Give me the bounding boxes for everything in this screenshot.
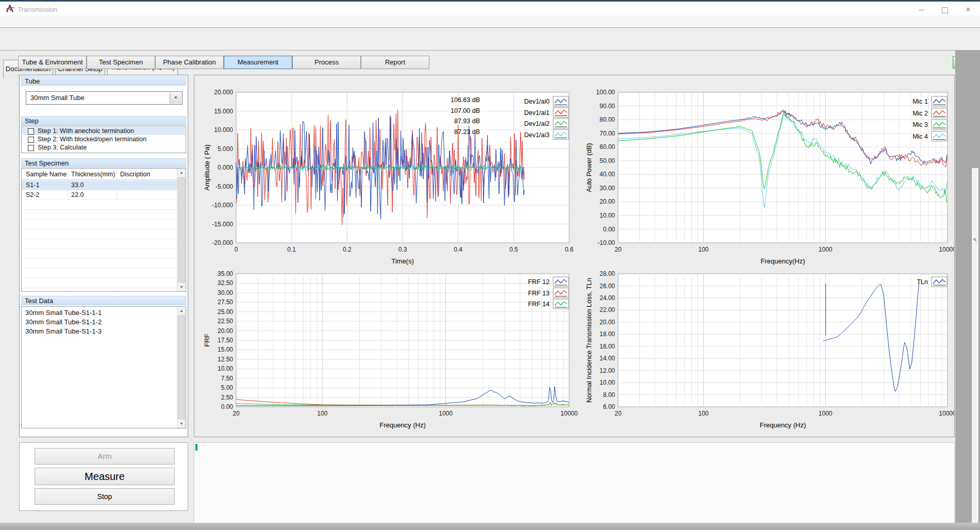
close-button[interactable]: ✕ xyxy=(956,3,980,17)
menu-bar: File Edit Device Setup Measure Output He… xyxy=(0,15,980,27)
scroll-down-icon[interactable]: ▼ xyxy=(177,283,186,291)
legend-label: Dev1/ai1 xyxy=(524,109,550,117)
y-tick-label: 24.00 xyxy=(600,294,615,302)
y-tick-label: 15.000 xyxy=(214,108,233,115)
x-axis-title: Time(s) xyxy=(391,257,414,265)
main-tab-strip: Documentation Channel Setup Transmission… xyxy=(0,27,980,51)
step-item-2[interactable]: Step 2: With blocked/open termination xyxy=(22,135,185,143)
y-tick-label: 100.00 xyxy=(596,89,615,96)
list-item[interactable]: 30mm Small Tube-S1-1-2 xyxy=(22,318,177,327)
scroll-up-icon[interactable]: ▲ xyxy=(177,169,186,177)
checkbox-icon[interactable] xyxy=(28,137,34,143)
table-row-s2-2[interactable]: S2-2 22.0 xyxy=(22,190,177,200)
scroll-down-icon[interactable]: ▼ xyxy=(177,420,186,428)
step-section-header: Step xyxy=(21,116,186,125)
y-tick-label: 32.50 xyxy=(218,279,233,287)
chart-auto-power: 100.0090.0080.0070.0060.0050.0040.0030.0… xyxy=(585,89,954,265)
x-tick-label: 100 xyxy=(317,410,327,417)
x-tick-label: 100 xyxy=(698,410,708,417)
subtab-report[interactable]: Report xyxy=(361,56,429,69)
test-specimen-section-header: Test Specimen xyxy=(21,158,186,168)
step-item-label: Step 2: With blocked/open termination xyxy=(38,135,146,143)
level-readout: 87.93 dB xyxy=(454,118,480,125)
y-tick-label: -5.000 xyxy=(215,183,233,190)
level-readout: 87.23 dB xyxy=(454,128,480,136)
x-axis-title: Frequency (Hz) xyxy=(760,421,806,429)
charts-panel: 20.00015.00010.0005.0000.000-5.000-10.00… xyxy=(194,75,955,437)
cell-sample-name: S2-2 xyxy=(26,190,39,200)
y-tick-label: 18.00 xyxy=(600,330,615,338)
x-axis-title: Frequency (Hz) xyxy=(379,421,426,429)
test-data-scrollbar[interactable]: ▲ ▼ xyxy=(177,307,186,428)
y-tick-label: 15.00 xyxy=(218,346,233,353)
empty-table-rows xyxy=(22,200,177,291)
level-readout: 107.00 dB xyxy=(451,107,480,114)
y-axis-title: Auto Power (dB) xyxy=(585,143,593,192)
list-item[interactable]: 30mm Small Tube-S1-1-1 xyxy=(22,308,177,318)
measure-button[interactable]: Measure xyxy=(35,468,175,485)
y-tick-label: 10.00 xyxy=(600,379,615,386)
y-tick-label: 10.00 xyxy=(600,212,615,219)
subtab-process[interactable]: Process xyxy=(292,56,361,69)
column-header-discription: Discription xyxy=(117,169,177,180)
step-item-3[interactable]: Step 3: Calculate xyxy=(22,143,185,152)
y-tick-label: 0.000 xyxy=(218,164,233,171)
y-tick-label: 60.00 xyxy=(600,143,615,151)
y-tick-label: 20.000 xyxy=(214,89,233,96)
test-specimen-table: Sample Name Thickness(mm) Discription S1… xyxy=(21,168,186,292)
y-tick-label: 8.00 xyxy=(603,391,616,399)
column-header-sample-name: Sample Name xyxy=(22,169,68,180)
tube-section-header: Tube xyxy=(21,76,186,86)
checkbox-icon[interactable] xyxy=(28,145,34,151)
y-tick-label: 22.00 xyxy=(600,306,615,313)
cell-sample-name: S1-1 xyxy=(26,180,39,190)
y-tick-label: 5.000 xyxy=(218,145,233,153)
app-icon xyxy=(6,4,15,13)
x-axis-title: Frequency(Hz) xyxy=(761,257,805,265)
y-axis-title: FRF xyxy=(203,334,211,346)
scrollbar-thumb[interactable] xyxy=(178,316,185,419)
tube-select[interactable]: 30mm Small Tube ▼ xyxy=(26,91,182,105)
subtab-tube-environment[interactable]: Tube & Environment xyxy=(18,56,87,69)
level-readout: 106.63 dB xyxy=(451,96,480,104)
y-tick-label: 20.00 xyxy=(218,327,233,335)
x-tick-label: 0.5 xyxy=(509,246,518,253)
table-row-s1-1[interactable]: S1-1 33.0 xyxy=(22,180,177,190)
legend-label: FRF 14 xyxy=(528,301,550,308)
specimen-table-scrollbar[interactable]: ▲ ▼ xyxy=(177,169,186,291)
window-bottom-edge xyxy=(0,523,980,530)
scrollbar-thumb[interactable] xyxy=(178,177,185,283)
y-tick-label: 14.00 xyxy=(600,355,615,362)
minimize-button[interactable] xyxy=(909,3,933,17)
scroll-up-icon[interactable]: ▲ xyxy=(177,307,186,315)
close-icon: ✕ xyxy=(966,6,971,13)
legend-label: Dev1/ai2 xyxy=(524,120,550,127)
y-tick-label: 22.50 xyxy=(218,318,233,325)
collapse-left-icon: < xyxy=(973,236,976,242)
subtab-test-specimen[interactable]: Test Specimen xyxy=(87,56,155,69)
list-item[interactable]: 30mm Small Tube-S1-1-3 xyxy=(22,327,177,336)
stop-button[interactable]: Stop xyxy=(35,488,175,505)
legend-label: TLn xyxy=(917,278,928,286)
chart-frf: 35.0032.5030.0027.5025.0022.5020.0017.50… xyxy=(203,270,578,429)
step-item-1[interactable]: Step 1: With anechoic termination xyxy=(22,127,185,135)
y-tick-label: 70.00 xyxy=(600,130,615,137)
arm-button[interactable]: Arm xyxy=(35,448,175,465)
maximize-button[interactable] xyxy=(933,3,957,17)
y-tick-label: 10.00 xyxy=(218,365,233,372)
x-tick-label: 0.3 xyxy=(398,246,407,253)
subtab-phase-calibration[interactable]: Phase Calibration xyxy=(155,56,224,69)
test-data-section-header: Test Data xyxy=(21,296,186,305)
legend-label: Mic 1 xyxy=(912,98,928,105)
subtab-measurement[interactable]: Measurement xyxy=(224,56,292,69)
x-tick-label: 0 xyxy=(235,246,238,253)
maximize-icon xyxy=(942,7,948,13)
chevron-down-icon[interactable]: ▼ xyxy=(170,92,181,104)
cell-thickness: 22.0 xyxy=(71,190,84,200)
checkbox-icon[interactable] xyxy=(28,128,34,135)
legend-label: Mic 4 xyxy=(912,133,928,140)
collapse-splitter[interactable]: < xyxy=(971,168,979,528)
x-tick-label: 0.1 xyxy=(287,246,296,253)
step-list: Step 1: With anechoic termination Step 2… xyxy=(21,126,186,153)
chart-transmission-loss: 28.0026.0024.0022.0020.0018.0016.0014.00… xyxy=(585,270,954,429)
